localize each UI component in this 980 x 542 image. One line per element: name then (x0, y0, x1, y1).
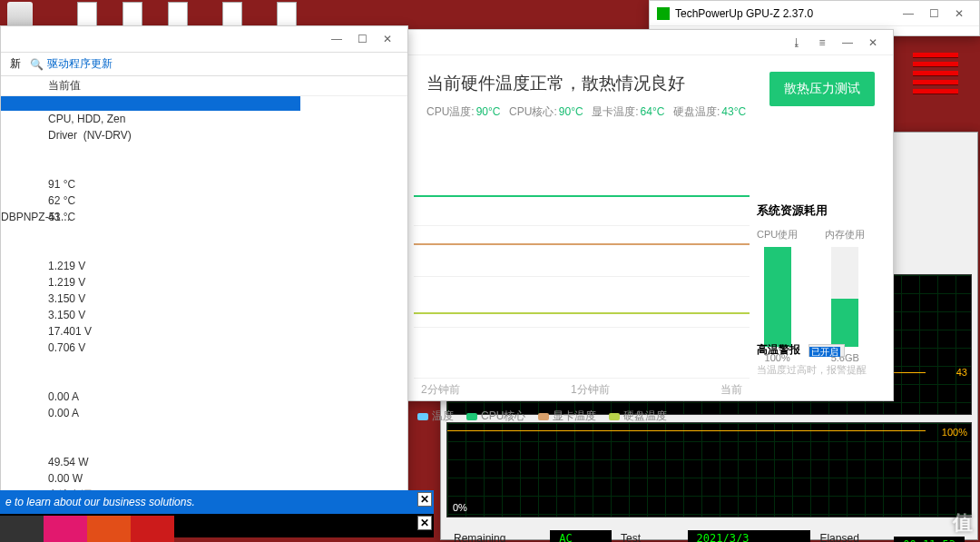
graph-value: 43 (956, 367, 967, 378)
cpu-usage-bar (764, 247, 791, 347)
hdd-temp-value: 43°C (721, 105, 746, 118)
elapsed-value: 00:11:53 (894, 537, 965, 542)
battery-label: Remaining Battery: (454, 532, 541, 542)
usage-graph: 100% 0% (446, 422, 972, 517)
sensor-list: CPU, HDD, Zen Driver (NV-DRV) 91 °C 62 °… (1, 111, 407, 510)
tab-new[interactable]: 新 (5, 56, 26, 72)
close-button[interactable]: ✕ (860, 30, 886, 55)
driver-update-link[interactable]: 驱动程序更新 (47, 56, 113, 72)
legend-item: 硬盘温度 (609, 409, 667, 424)
xaxis-label: 2分钟前 (421, 382, 460, 398)
sensor-value: 0.706 V (48, 340, 407, 356)
alert-toggle[interactable]: 已开启 (808, 344, 845, 357)
download-icon[interactable]: ⭳ (784, 30, 809, 55)
resource-panel: 系统资源耗用 CPU使用 100% 内存使用 5.6GB (757, 202, 875, 363)
started-value: 2021/3/3 21:25:49 (688, 530, 811, 542)
hdd-temp-label: 硬盘温度: (673, 105, 720, 118)
status-row: Remaining Battery: AC Line Test Started:… (446, 525, 972, 542)
sensor-label: DBPNPZ-51... (1, 209, 70, 225)
close-icon[interactable]: ✕ (417, 492, 432, 507)
maximize-button[interactable]: ☐ (349, 26, 375, 52)
background-indicator (913, 53, 958, 98)
menu-icon[interactable]: ≡ (809, 30, 835, 55)
taskbar-tile[interactable] (0, 516, 44, 542)
temp-chart: 2分钟前 1分钟前 当前 温度 CPU核心 显卡温度 硬盘温度 (414, 175, 750, 384)
xaxis-label: 1分钟前 (571, 382, 610, 398)
temp-stats: CPU温度:90°C CPU核心:90°C 显卡温度:64°C 硬盘温度:43°… (426, 104, 871, 120)
maximize-button[interactable]: ☐ (921, 1, 946, 26)
gpuz-title: TechPowerUp GPU-Z 2.37.0 (675, 7, 896, 20)
ad-banner-text: e to learn about our business solutions. (5, 496, 195, 508)
mem-usage-label: 内存使用 (825, 228, 865, 241)
selected-row[interactable] (1, 96, 300, 111)
taskbar-tile[interactable] (87, 516, 131, 542)
minimize-button[interactable]: — (835, 30, 860, 55)
cpu-core-label: CPU核心: (509, 105, 557, 118)
legend-item: 温度 (417, 409, 454, 424)
sensor-value: CPU, HDD, Zen (48, 111, 407, 127)
taskbar-tile[interactable] (44, 516, 87, 542)
xaxis-label: 当前 (720, 382, 742, 398)
sensor-value: 0.00 A (48, 389, 407, 405)
alert-subtext: 当温度过高时，报警提醒 (757, 363, 875, 377)
cpu-temp-value: 90°C (476, 105, 501, 118)
ad-banner[interactable]: e to learn about our business solutions.… (0, 490, 434, 514)
sensor-value: Driver (NV-DRV) (48, 127, 407, 143)
sensor-value: 0.00 W (48, 470, 407, 487)
cpu-core-value: 90°C (559, 105, 583, 118)
elapsed-label: Elapsed Time: (819, 532, 885, 542)
minimize-button[interactable]: — (896, 1, 921, 26)
resource-title: 系统资源耗用 (757, 202, 875, 219)
graph-axis-label: 0% (453, 502, 467, 513)
mem-usage-bar (831, 247, 858, 347)
taskbar-tiles (0, 516, 174, 542)
column-header: 当前值 (1, 76, 407, 96)
sensor-value: 17.401 V (48, 323, 407, 340)
cpu-usage-label: CPU使用 (757, 228, 798, 241)
legend-item: CPU核心 (466, 409, 525, 424)
minimize-button[interactable]: — (324, 26, 349, 52)
started-label: Test Started: (621, 532, 679, 542)
gpuz-icon (657, 7, 670, 20)
sensor-value: 49.54 W (48, 454, 407, 470)
close-button[interactable]: ✕ (375, 26, 400, 52)
sensor-value: 62 °C (48, 192, 407, 209)
stress-test-button[interactable]: 散热压力测试 (769, 72, 875, 106)
hardware-monitor-window: — ☐ ✕ 新 🔍 驱动程序更新 当前值 CPU, HDD, Zen Drive… (0, 25, 408, 516)
sensor-value: 1.219 V (48, 274, 407, 291)
watermark: 值 (953, 509, 973, 537)
gpu-temp-value: 64°C (641, 105, 665, 118)
temperature-monitor-window: ⭳ ≡ — ✕ 当前硬件温度正常，散热情况良好 CPU温度:90°C CPU核心… (404, 29, 894, 401)
taskbar-tile[interactable] (131, 516, 174, 542)
sensor-value: 1.219 V (48, 258, 407, 274)
sensor-value: 91 °C (48, 176, 407, 192)
sensor-value: 3.150 V (48, 291, 407, 307)
graph-value: 100% (942, 427, 967, 438)
cpu-temp-label: CPU温度: (426, 105, 475, 118)
legend-item: 显卡温度 (538, 409, 596, 424)
sensor-value: 0.00 A (48, 405, 407, 421)
search-icon: 🔍 (30, 58, 44, 71)
close-button[interactable]: ✕ (946, 1, 972, 26)
gpu-temp-label: 显卡温度: (592, 105, 638, 118)
alert-label: 高温警报 (757, 343, 800, 356)
battery-value: AC Line (550, 530, 612, 542)
sensor-value: 3.150 V (48, 307, 407, 323)
close-icon[interactable]: ✕ (417, 516, 432, 530)
